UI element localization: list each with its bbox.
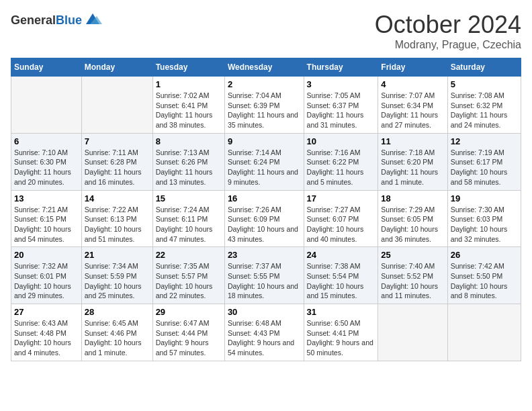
day-number: 27: [14, 307, 79, 317]
calendar-cell: 23Sunrise: 7:37 AM Sunset: 5:55 PM Dayli…: [224, 247, 304, 304]
calendar-cell: 20Sunrise: 7:32 AM Sunset: 6:01 PM Dayli…: [11, 247, 82, 304]
day-info: Sunrise: 6:50 AM Sunset: 4:41 PM Dayligh…: [307, 318, 375, 358]
day-number: 26: [451, 250, 518, 260]
day-number: 17: [307, 193, 375, 203]
day-info: Sunrise: 7:34 AM Sunset: 5:59 PM Dayligh…: [85, 261, 150, 301]
logo-text: GeneralBlue: [11, 13, 82, 28]
calendar-cell: 27Sunrise: 6:43 AM Sunset: 4:48 PM Dayli…: [11, 304, 82, 361]
day-info: Sunrise: 7:02 AM Sunset: 6:41 PM Dayligh…: [156, 91, 222, 130]
weekday-header: Sunday: [11, 58, 82, 77]
calendar-body: 1Sunrise: 7:02 AM Sunset: 6:41 PM Daylig…: [11, 77, 521, 361]
day-number: 15: [156, 193, 222, 203]
day-number: 10: [307, 136, 375, 146]
day-number: 24: [307, 250, 375, 260]
calendar-week-row: 27Sunrise: 6:43 AM Sunset: 4:48 PM Dayli…: [11, 304, 521, 361]
day-info: Sunrise: 7:22 AM Sunset: 6:13 PM Dayligh…: [85, 205, 150, 244]
calendar-cell: [447, 304, 521, 361]
day-info: Sunrise: 7:14 AM Sunset: 6:24 PM Dayligh…: [228, 148, 301, 187]
day-info: Sunrise: 7:42 AM Sunset: 5:50 PM Dayligh…: [451, 261, 518, 301]
calendar-cell: 28Sunrise: 6:45 AM Sunset: 4:46 PM Dayli…: [81, 304, 152, 361]
day-info: Sunrise: 6:48 AM Sunset: 4:43 PM Dayligh…: [228, 318, 301, 358]
day-number: 20: [14, 250, 79, 260]
calendar-cell: 26Sunrise: 7:42 AM Sunset: 5:50 PM Dayli…: [447, 247, 521, 304]
day-number: 14: [85, 193, 150, 203]
day-number: 7: [85, 136, 150, 146]
calendar-cell: 8Sunrise: 7:13 AM Sunset: 6:26 PM Daylig…: [152, 133, 224, 190]
calendar-cell: [378, 304, 447, 361]
calendar-week-row: 1Sunrise: 7:02 AM Sunset: 6:41 PM Daylig…: [11, 77, 521, 134]
weekday-header: Tuesday: [152, 58, 224, 77]
day-info: Sunrise: 7:04 AM Sunset: 6:39 PM Dayligh…: [228, 91, 301, 130]
day-info: Sunrise: 7:40 AM Sunset: 5:52 PM Dayligh…: [381, 261, 444, 301]
day-number: 19: [451, 193, 518, 203]
day-info: Sunrise: 7:35 AM Sunset: 5:57 PM Dayligh…: [156, 261, 222, 301]
calendar-table: SundayMondayTuesdayWednesdayThursdayFrid…: [11, 58, 521, 361]
calendar-week-row: 20Sunrise: 7:32 AM Sunset: 6:01 PM Dayli…: [11, 247, 521, 304]
calendar-cell: 30Sunrise: 6:48 AM Sunset: 4:43 PM Dayli…: [224, 304, 304, 361]
calendar-cell: 15Sunrise: 7:24 AM Sunset: 6:11 PM Dayli…: [152, 190, 224, 247]
day-info: Sunrise: 7:11 AM Sunset: 6:28 PM Dayligh…: [85, 148, 150, 187]
calendar-cell: [11, 77, 82, 134]
calendar-cell: 3Sunrise: 7:05 AM Sunset: 6:37 PM Daylig…: [304, 77, 378, 134]
calendar-cell: 13Sunrise: 7:21 AM Sunset: 6:15 PM Dayli…: [11, 190, 82, 247]
logo-general: General: [11, 13, 56, 27]
calendar-cell: 10Sunrise: 7:16 AM Sunset: 6:22 PM Dayli…: [304, 133, 378, 190]
day-number: 16: [228, 193, 301, 203]
calendar-cell: 25Sunrise: 7:40 AM Sunset: 5:52 PM Dayli…: [378, 247, 447, 304]
day-info: Sunrise: 7:38 AM Sunset: 5:54 PM Dayligh…: [307, 261, 375, 301]
weekday-header: Saturday: [447, 58, 521, 77]
calendar-cell: 16Sunrise: 7:26 AM Sunset: 6:09 PM Dayli…: [224, 190, 304, 247]
day-info: Sunrise: 7:13 AM Sunset: 6:26 PM Dayligh…: [156, 148, 222, 187]
day-number: 11: [381, 136, 444, 146]
weekday-header: Monday: [81, 58, 152, 77]
logo-blue: Blue: [56, 13, 82, 27]
day-info: Sunrise: 7:07 AM Sunset: 6:34 PM Dayligh…: [381, 91, 444, 130]
calendar-cell: 22Sunrise: 7:35 AM Sunset: 5:57 PM Dayli…: [152, 247, 224, 304]
calendar-cell: 1Sunrise: 7:02 AM Sunset: 6:41 PM Daylig…: [152, 77, 224, 134]
calendar-cell: 18Sunrise: 7:29 AM Sunset: 6:05 PM Dayli…: [378, 190, 447, 247]
day-info: Sunrise: 7:24 AM Sunset: 6:11 PM Dayligh…: [156, 205, 222, 244]
day-info: Sunrise: 7:08 AM Sunset: 6:32 PM Dayligh…: [451, 91, 518, 130]
day-info: Sunrise: 6:45 AM Sunset: 4:46 PM Dayligh…: [85, 318, 150, 358]
title-area: October 2024 Modrany, Prague, Czechia: [375, 11, 521, 51]
day-info: Sunrise: 7:05 AM Sunset: 6:37 PM Dayligh…: [307, 91, 375, 130]
day-number: 25: [381, 250, 444, 260]
day-info: Sunrise: 7:16 AM Sunset: 6:22 PM Dayligh…: [307, 148, 375, 187]
day-number: 6: [14, 136, 79, 146]
calendar-week-row: 6Sunrise: 7:10 AM Sunset: 6:30 PM Daylig…: [11, 133, 521, 190]
day-info: Sunrise: 7:26 AM Sunset: 6:09 PM Dayligh…: [228, 205, 301, 244]
day-info: Sunrise: 7:30 AM Sunset: 6:03 PM Dayligh…: [451, 205, 518, 244]
calendar-header: SundayMondayTuesdayWednesdayThursdayFrid…: [11, 58, 521, 77]
day-info: Sunrise: 7:19 AM Sunset: 6:17 PM Dayligh…: [451, 148, 518, 187]
day-info: Sunrise: 7:32 AM Sunset: 6:01 PM Dayligh…: [14, 261, 79, 301]
page-header: GeneralBlue October 2024 Modrany, Prague…: [11, 11, 521, 51]
calendar-cell: 11Sunrise: 7:18 AM Sunset: 6:20 PM Dayli…: [378, 133, 447, 190]
day-info: Sunrise: 7:29 AM Sunset: 6:05 PM Dayligh…: [381, 205, 444, 244]
day-number: 5: [451, 79, 518, 89]
weekday-header: Friday: [378, 58, 447, 77]
day-info: Sunrise: 7:37 AM Sunset: 5:55 PM Dayligh…: [228, 261, 301, 301]
day-info: Sunrise: 6:43 AM Sunset: 4:48 PM Dayligh…: [14, 318, 79, 358]
day-number: 23: [228, 250, 301, 260]
day-number: 28: [85, 307, 150, 317]
day-number: 9: [228, 136, 301, 146]
day-number: 4: [381, 79, 444, 89]
calendar-cell: 2Sunrise: 7:04 AM Sunset: 6:39 PM Daylig…: [224, 77, 304, 134]
calendar-cell: 9Sunrise: 7:14 AM Sunset: 6:24 PM Daylig…: [224, 133, 304, 190]
day-number: 3: [307, 79, 375, 89]
logo: GeneralBlue: [11, 11, 102, 30]
calendar-cell: 6Sunrise: 7:10 AM Sunset: 6:30 PM Daylig…: [11, 133, 82, 190]
calendar-cell: [81, 77, 152, 134]
day-number: 12: [451, 136, 518, 146]
weekday-header: Thursday: [304, 58, 378, 77]
calendar-cell: 12Sunrise: 7:19 AM Sunset: 6:17 PM Dayli…: [447, 133, 521, 190]
weekday-header-row: SundayMondayTuesdayWednesdayThursdayFrid…: [11, 58, 521, 77]
calendar-cell: 14Sunrise: 7:22 AM Sunset: 6:13 PM Dayli…: [81, 190, 152, 247]
calendar-cell: 24Sunrise: 7:38 AM Sunset: 5:54 PM Dayli…: [304, 247, 378, 304]
calendar-cell: 29Sunrise: 6:47 AM Sunset: 4:44 PM Dayli…: [152, 304, 224, 361]
calendar-cell: 31Sunrise: 6:50 AM Sunset: 4:41 PM Dayli…: [304, 304, 378, 361]
day-number: 2: [228, 79, 301, 89]
day-info: Sunrise: 7:18 AM Sunset: 6:20 PM Dayligh…: [381, 148, 444, 187]
day-number: 13: [14, 193, 79, 203]
location-title: Modrany, Prague, Czechia: [375, 39, 521, 51]
